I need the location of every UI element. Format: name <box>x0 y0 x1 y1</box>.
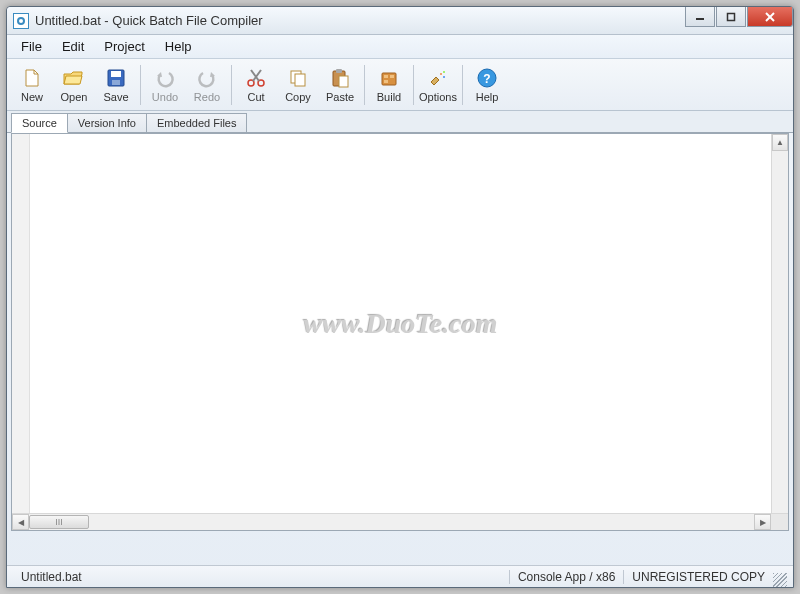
options-icon <box>427 67 449 89</box>
redo-button[interactable]: Redo <box>186 62 228 108</box>
titlebar[interactable]: Untitled.bat - Quick Batch File Compiler <box>7 7 793 35</box>
editor-gutter <box>12 134 30 513</box>
paste-button[interactable]: Paste <box>319 62 361 108</box>
tab-source[interactable]: Source <box>11 113 68 133</box>
toolbar-separator <box>413 65 414 105</box>
svg-text:?: ? <box>483 72 490 86</box>
window-title: Untitled.bat - Quick Batch File Compiler <box>35 13 685 28</box>
statusbar: Untitled.bat Console App / x86 UNREGISTE… <box>7 565 793 587</box>
menu-help[interactable]: Help <box>155 36 202 57</box>
svg-rect-17 <box>384 75 388 78</box>
status-filename: Untitled.bat <box>13 570 90 584</box>
paste-icon <box>329 67 351 89</box>
status-license: UNREGISTERED COPY <box>623 570 773 584</box>
copy-icon <box>287 67 309 89</box>
toolbar-separator <box>140 65 141 105</box>
folder-open-icon <box>63 67 85 89</box>
resize-grip-icon[interactable] <box>773 573 787 587</box>
hscroll-thumb[interactable]: III <box>29 515 89 529</box>
undo-button[interactable]: Undo <box>144 62 186 108</box>
source-editor[interactable]: www.DuoTe.com <box>30 134 771 513</box>
cut-button[interactable]: Cut <box>235 62 277 108</box>
help-button[interactable]: ? Help <box>466 62 508 108</box>
svg-point-20 <box>440 73 442 75</box>
new-file-icon <box>21 67 43 89</box>
menu-file[interactable]: File <box>11 36 52 57</box>
scroll-left-icon[interactable]: ◀ <box>12 514 29 530</box>
svg-rect-6 <box>112 80 120 85</box>
tab-embedded-files[interactable]: Embedded Files <box>146 113 248 132</box>
build-button[interactable]: Build <box>368 62 410 108</box>
help-icon: ? <box>476 67 498 89</box>
redo-icon <box>196 67 218 89</box>
svg-rect-1 <box>728 13 735 20</box>
undo-icon <box>154 67 176 89</box>
menu-edit[interactable]: Edit <box>52 36 94 57</box>
new-button[interactable]: New <box>11 62 53 108</box>
vertical-scrollbar[interactable]: ▲ <box>771 134 788 513</box>
editor-wrap: www.DuoTe.com ▲ <box>12 134 788 513</box>
svg-rect-12 <box>295 74 305 86</box>
minimize-button[interactable] <box>685 7 715 27</box>
content-area: www.DuoTe.com ▲ ◀ III ▶ <box>11 133 789 531</box>
build-icon <box>378 67 400 89</box>
close-button[interactable] <box>747 7 793 27</box>
save-icon <box>105 67 127 89</box>
save-button[interactable]: Save <box>95 62 137 108</box>
svg-rect-15 <box>339 76 348 87</box>
svg-rect-18 <box>390 75 394 78</box>
hscroll-track[interactable]: III <box>29 514 754 530</box>
scroll-up-icon[interactable]: ▲ <box>772 134 788 151</box>
status-target: Console App / x86 <box>509 570 623 584</box>
svg-rect-14 <box>336 69 342 73</box>
tab-version-info[interactable]: Version Info <box>67 113 147 132</box>
open-button[interactable]: Open <box>53 62 95 108</box>
svg-point-22 <box>443 71 445 73</box>
menu-project[interactable]: Project <box>94 36 154 57</box>
app-icon <box>13 13 29 29</box>
menubar: File Edit Project Help <box>7 35 793 59</box>
toolbar-separator <box>231 65 232 105</box>
toolbar-separator <box>364 65 365 105</box>
watermark-text: www.DuoTe.com <box>304 308 498 340</box>
window-controls <box>685 7 793 34</box>
maximize-button[interactable] <box>716 7 746 27</box>
scroll-right-icon[interactable]: ▶ <box>754 514 771 530</box>
svg-rect-16 <box>382 73 396 85</box>
svg-rect-19 <box>384 80 388 83</box>
tabs: Source Version Info Embedded Files <box>7 111 793 133</box>
toolbar: New Open Save Undo Redo <box>7 59 793 111</box>
copy-button[interactable]: Copy <box>277 62 319 108</box>
options-button[interactable]: Options <box>417 62 459 108</box>
horizontal-scrollbar[interactable]: ◀ III ▶ <box>12 513 788 530</box>
app-window: Untitled.bat - Quick Batch File Compiler… <box>6 6 794 588</box>
svg-point-21 <box>443 76 445 78</box>
scissors-icon <box>245 67 267 89</box>
svg-rect-5 <box>111 71 121 77</box>
toolbar-separator <box>462 65 463 105</box>
scroll-corner <box>771 514 788 530</box>
